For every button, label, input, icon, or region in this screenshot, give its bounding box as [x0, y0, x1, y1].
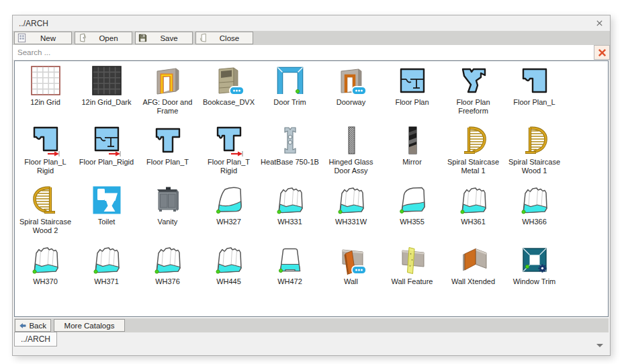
catalog-item[interactable]: HeatBase 750-1B [259, 123, 320, 183]
more-catalogs-label: More Catalogs [64, 322, 115, 330]
toilet-icon [91, 184, 123, 216]
open-button[interactable]: Open [75, 32, 132, 44]
catalog-item[interactable]: WH472 [259, 242, 320, 302]
catalog-item[interactable]: Toilet [76, 183, 137, 242]
catalog-item-label: WH370 [33, 277, 58, 286]
catalog-item[interactable]: WH327 [198, 183, 259, 242]
catalog-item[interactable]: Mirror [382, 123, 443, 183]
catalog-item[interactable]: Hinged Glass Door Assy [320, 123, 382, 183]
catalog-item[interactable]: Floor Plan_L Rigid [15, 123, 76, 183]
catalog-item-label: Floor Plan [395, 98, 429, 107]
catalog-item[interactable]: Wall Feature [382, 242, 443, 302]
catalog-item[interactable]: WH355 [382, 183, 443, 242]
catalog-item[interactable]: AFG: Door and Frame [137, 63, 198, 123]
close-button-label: Close [208, 34, 251, 42]
catalog-item[interactable]: Vanity [137, 183, 198, 242]
floor-plan-t-icon [152, 124, 184, 156]
catalog-item[interactable]: 12in Grid [15, 63, 76, 123]
catalog-item-label: AFG: Door and Frame [138, 98, 198, 116]
window-close-icon[interactable] [594, 19, 604, 28]
catalog-item-label: Floor Plan Freeform [443, 98, 504, 116]
catalog-item[interactable]: Bookcase_DVX [198, 63, 259, 123]
catalog-item[interactable]: 12in Grid_Dark [76, 63, 137, 123]
floor-plan-t-rigid-icon [213, 124, 245, 156]
catalog-item[interactable]: Door Trim [259, 63, 320, 123]
molding-smooth-icon [213, 184, 245, 216]
catalog-item-label: Floor Plan_L [513, 98, 555, 107]
floor-plan-freeform-icon [457, 64, 490, 97]
new-button-label: New [27, 34, 69, 42]
catalog-item[interactable]: WH331 [259, 183, 320, 242]
bookcase-icon [213, 64, 245, 97]
molding-ridge-icon [457, 184, 490, 216]
catalog-item[interactable]: Spiral Staircase Wood 1 [504, 123, 565, 183]
catalog-item[interactable]: WH366 [504, 183, 565, 242]
catalog-item[interactable]: Wall Xtended [443, 242, 504, 302]
open-catalog-icon [77, 33, 87, 43]
catalog-item-label: WH371 [94, 277, 119, 286]
catalog-item[interactable]: WH331W [320, 183, 382, 242]
titlebar: ../ARCH [13, 15, 610, 31]
catalog-item-label: WH361 [461, 218, 486, 226]
spiral-staircase-flipped-icon [30, 184, 62, 216]
new-button[interactable]: New [14, 32, 72, 44]
catalog-item[interactable]: WH445 [198, 242, 259, 302]
catalog-item-label: Spiral Staircase Wood 1 [504, 158, 565, 175]
catalog-item[interactable]: WH371 [76, 242, 137, 302]
catalog-item-label: WH445 [216, 277, 241, 286]
open-button-label: Open [87, 34, 130, 42]
wall-feature-icon [396, 244, 429, 276]
catalog-item[interactable]: Floor Plan Freeform [443, 63, 504, 123]
search-input[interactable] [13, 45, 594, 60]
catalog-item[interactable]: Doorway [320, 63, 382, 123]
catalog-item[interactable]: Floor Plan_Rigid [76, 123, 137, 183]
vanity-icon [152, 184, 184, 216]
catalog-item[interactable]: Spiral Staircase Metal 1 [443, 123, 504, 183]
heatbase-icon [274, 124, 306, 156]
floor-plan-l-icon [519, 64, 551, 97]
more-catalogs-button[interactable]: More Catalogs [54, 319, 125, 332]
grid-light-icon [30, 64, 62, 97]
catalog-item[interactable]: Floor Plan_T Rigid [198, 123, 259, 183]
molding-flat-icon [274, 244, 306, 276]
catalog-item[interactable]: Window Trim [504, 242, 565, 302]
catalog-item-label: WH366 [522, 218, 547, 226]
new-catalog-icon [17, 33, 27, 43]
molding-ridge-icon [152, 244, 184, 276]
catalog-item-label: Window Trim [513, 277, 556, 286]
floor-plan-l-rigid-icon [30, 124, 62, 156]
grid-dark-icon [91, 64, 123, 97]
bottom-toolbar: Back More Catalogs [14, 318, 609, 332]
chevron-down-icon[interactable] [596, 338, 603, 343]
back-button[interactable]: Back [15, 319, 51, 332]
clear-search-button[interactable] [594, 45, 610, 60]
catalog-item-label: Mirror [402, 158, 422, 167]
catalog-item[interactable]: WH376 [137, 242, 198, 302]
window-title: ../ARCH [19, 19, 594, 28]
molding-ridge-icon [91, 244, 123, 276]
catalog-item[interactable]: Spiral Staircase Wood 2 [15, 183, 76, 242]
catalog-item[interactable]: WH361 [443, 183, 504, 242]
catalog-item-label: Door Trim [273, 98, 306, 107]
catalog-item-label: WH331W [335, 218, 367, 226]
catalog-item-label: Wall Xtended [451, 277, 495, 286]
molding-ridge-icon [274, 184, 306, 216]
catalog-item[interactable]: Floor Plan_T [137, 123, 198, 183]
window-trim-icon [519, 244, 551, 276]
catalog-item[interactable]: WH370 [15, 242, 76, 302]
catalog-item[interactable]: Floor Plan [382, 63, 443, 123]
molding-ridge-icon [335, 184, 367, 216]
door-frame-icon [152, 64, 184, 97]
molding-ridge-icon [213, 244, 245, 276]
close-button[interactable]: Close [195, 32, 253, 44]
catalog-item-label: WH355 [400, 218, 425, 226]
toolbar: New Open Save Close [13, 31, 610, 45]
catalog-item[interactable]: Floor Plan_L [504, 63, 565, 123]
catalog-item[interactable]: Wall [320, 242, 382, 302]
catalog-panel: 12in Grid12in Grid_DarkAFG: Door and Fra… [14, 60, 609, 317]
catalog-item-label: Wall [344, 277, 358, 286]
spiral-staircase-icon [519, 124, 551, 156]
hinged-glass-door-icon [335, 124, 367, 156]
save-button[interactable]: Save [135, 32, 193, 44]
catalog-path-tab[interactable]: ../ARCH [14, 332, 57, 347]
